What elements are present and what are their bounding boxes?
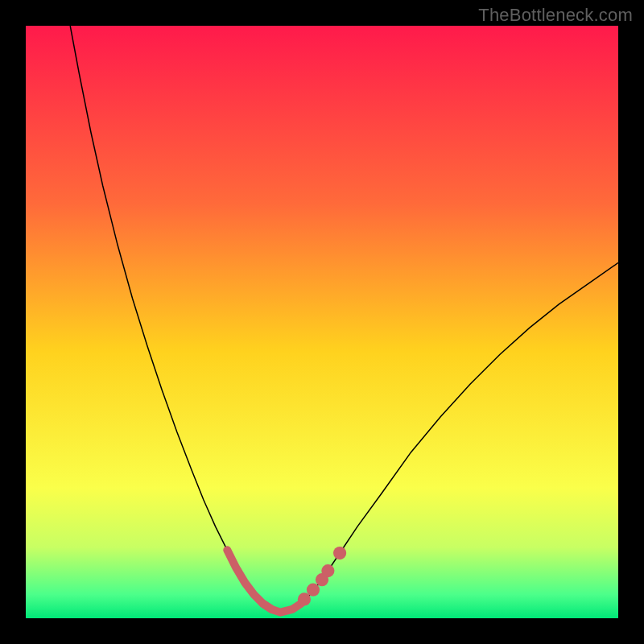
highlight-dot	[321, 564, 334, 577]
chart-plot	[26, 26, 618, 618]
chart-background	[26, 26, 618, 618]
watermark-text: TheBottleneck.com	[478, 5, 633, 26]
chart-frame: TheBottleneck.com	[0, 0, 644, 644]
highlight-dot	[307, 584, 320, 597]
highlight-dot	[333, 547, 346, 559]
highlight-dot	[298, 592, 311, 605]
